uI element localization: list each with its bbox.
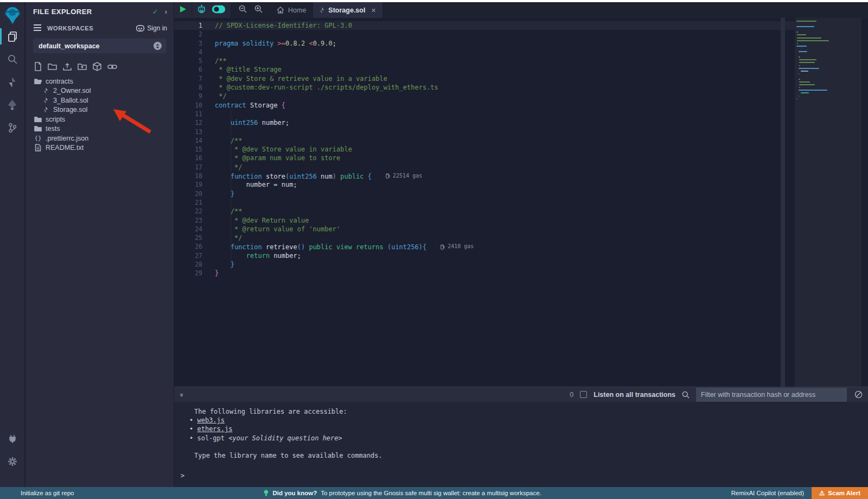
code-line-14[interactable]: 14 /** — [174, 136, 801, 145]
code-line-9[interactable]: 9 */ — [174, 92, 801, 100]
zoom-in-icon[interactable] — [254, 5, 263, 15]
solidity-icon — [42, 106, 49, 113]
tree-item-3-ballot-sol[interactable]: 3_Ballot.sol — [25, 96, 174, 105]
minimap-line — [796, 26, 814, 27]
code-line-22[interactable]: 22 /** — [174, 207, 801, 216]
warning-icon: ⚠ — [819, 489, 825, 497]
zoom-out-icon[interactable] — [239, 5, 247, 15]
code-line-13[interactable]: 13 — [174, 128, 801, 136]
code-line-11[interactable]: 11 — [174, 110, 801, 118]
minimap-line — [799, 51, 807, 52]
code-line-26[interactable]: 26 function retrieve() public view retur… — [174, 242, 801, 251]
code-line-27[interactable]: 27 return number; — [174, 251, 801, 260]
code-text: * @custom:dev-run-script ./scripts/deplo… — [215, 83, 438, 92]
upload-folder-icon[interactable] — [78, 62, 87, 71]
code-line-20[interactable]: 20 } — [174, 190, 801, 198]
remix-logo[interactable] — [3, 5, 22, 25]
solidity-file-icon — [320, 7, 324, 14]
git-init-button[interactable]: Initialize as git repo — [0, 490, 74, 496]
terminal-line — [180, 443, 868, 451]
minimap-line — [799, 68, 819, 69]
line-number: 5 — [174, 56, 202, 65]
code-line-5[interactable]: 5/** — [174, 56, 801, 65]
terminal-prompt[interactable]: > — [181, 471, 184, 480]
new-file-icon[interactable] — [34, 62, 42, 71]
code-line-24[interactable]: 24 * @return value of 'number' — [174, 225, 801, 233]
solidity-compiler-icon[interactable] — [0, 71, 25, 93]
git-icon[interactable] — [0, 116, 25, 139]
minimap-line — [796, 98, 797, 99]
close-tab-icon[interactable]: × — [371, 6, 375, 15]
code-line-10[interactable]: 10contract Storage { — [174, 101, 801, 110]
code-line-18[interactable]: 18 function store(uint256 num) public {2… — [174, 172, 801, 180]
solidity-icon — [42, 97, 49, 104]
terminal-search-icon[interactable] — [682, 391, 690, 399]
code-line-12[interactable]: 12 uint256 number; — [174, 118, 801, 127]
code-line-1[interactable]: 1// SPDX-License-Identifier: GPL-3.0 — [174, 21, 801, 30]
code-line-6[interactable]: 6 * @title Storage — [174, 65, 801, 74]
run-script-button[interactable] — [179, 5, 187, 15]
workspace-select[interactable]: default_workspace — [33, 39, 166, 53]
code-line-23[interactable]: 23 * @dev Return value — [174, 216, 801, 225]
code-text: } — [215, 269, 219, 277]
tree-item-scripts[interactable]: scripts — [25, 115, 174, 124]
chevron-right-icon[interactable]: › — [165, 8, 167, 16]
code-line-17[interactable]: 17 */ — [174, 163, 801, 172]
tree-item-2-owner-sol[interactable]: 2_Owner.sol — [25, 86, 174, 96]
minimap-line — [797, 43, 798, 44]
code-line-8[interactable]: 8 * @custom:dev-run-script ./scripts/dep… — [174, 83, 801, 92]
listen-all-checkbox[interactable] — [580, 391, 587, 398]
upload-file-icon[interactable] — [63, 62, 72, 71]
library-link[interactable]: ethers.js — [197, 425, 232, 433]
tree-item-label: tests — [46, 125, 60, 132]
code-line-19[interactable]: 19 number = num; — [174, 180, 801, 189]
expand-terminal-icon[interactable]: » — [178, 393, 186, 396]
code-line-29[interactable]: 29} — [174, 269, 801, 277]
clear-console-icon[interactable] — [854, 390, 863, 399]
transaction-filter-input[interactable] — [696, 388, 847, 402]
code-editor[interactable]: 1// SPDX-License-Identifier: GPL-3.023pr… — [174, 18, 868, 387]
code-line-28[interactable]: 28 } — [174, 260, 801, 269]
search-icon[interactable] — [0, 48, 25, 71]
copilot-toggle[interactable] — [212, 5, 226, 16]
lightbulb-icon — [264, 490, 269, 497]
tab-home[interactable]: Home — [270, 2, 312, 18]
line-number: 19 — [174, 180, 202, 189]
tree-item--prettierrc-json[interactable]: {}.prettierrc.json — [25, 134, 174, 143]
tree-item-tests[interactable]: tests — [25, 124, 174, 134]
settings-icon[interactable] — [0, 450, 25, 473]
file-text-icon — [34, 144, 42, 151]
remix-ai-robot-icon[interactable] — [197, 4, 206, 16]
tree-item-readme-txt[interactable]: README.txt — [25, 143, 174, 153]
workspace-sort-icon[interactable] — [154, 42, 162, 50]
sign-in-button[interactable]: Sign in — [136, 24, 167, 32]
terminal-output[interactable]: The following libraries are accessible:•… — [174, 402, 868, 487]
line-number: 29 — [174, 269, 202, 277]
code-line-3[interactable]: 3pragma solidity >=0.8.2 <0.9.0; — [174, 39, 801, 48]
deploy-run-icon[interactable] — [0, 93, 25, 116]
publish-ipfs-icon[interactable] — [93, 62, 101, 71]
plugin-manager-icon[interactable] — [0, 427, 25, 450]
code-line-16[interactable]: 16 * @param num value to store — [174, 154, 801, 162]
code-text: /** — [215, 56, 227, 65]
code-line-21[interactable]: 21 — [174, 198, 801, 207]
file-explorer-icon[interactable] — [0, 25, 25, 48]
editor-toolbar: Home Storage.sol × — [174, 2, 868, 18]
code-line-15[interactable]: 15 * @dev Store value in variable — [174, 145, 801, 154]
code-line-25[interactable]: 25 */ — [174, 233, 801, 242]
code-line-7[interactable]: 7 * @dev Store & retrieve value in a var… — [174, 74, 801, 83]
code-line-2[interactable]: 2 — [174, 30, 801, 39]
tree-item-contracts[interactable]: contracts — [25, 77, 174, 86]
hamburger-menu-icon[interactable] — [33, 23, 42, 33]
minimap[interactable] — [795, 18, 861, 387]
new-folder-icon[interactable] — [48, 62, 57, 71]
line-number: 11 — [174, 110, 202, 118]
editor-scrollbar[interactable] — [781, 18, 785, 387]
link-icon[interactable] — [107, 62, 117, 71]
library-link[interactable]: web3.js — [197, 416, 225, 424]
scam-alert-button[interactable]: ⚠ Scam Alert — [812, 487, 868, 499]
code-line-4[interactable]: 4 — [174, 48, 801, 56]
minimap-line — [796, 46, 807, 47]
tree-item-storage-sol[interactable]: Storage.sol — [25, 105, 174, 115]
tab-storage-sol[interactable]: Storage.sol × — [312, 2, 382, 18]
